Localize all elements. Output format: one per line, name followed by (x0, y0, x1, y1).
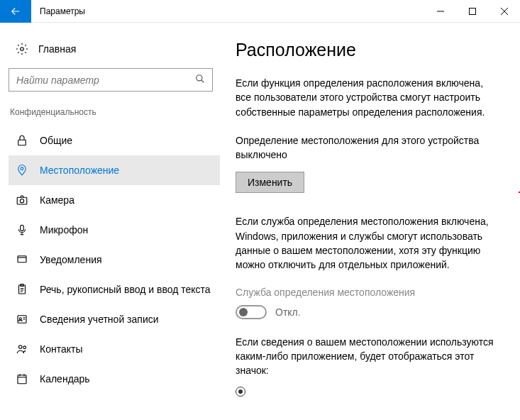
nav-label: Календарь (40, 373, 90, 385)
close-icon (501, 8, 508, 15)
svg-rect-5 (17, 197, 27, 204)
svg-point-4 (21, 167, 23, 170)
svg-point-6 (20, 199, 23, 203)
content-area: Главная Конфиденциальность Общие Местопо… (0, 23, 520, 420)
nav-label: Камера (40, 194, 74, 206)
main-panel: Расположение Если функция определения ра… (220, 23, 520, 420)
arrow-left-icon (9, 5, 22, 18)
svg-point-14 (23, 346, 26, 349)
home-nav-item[interactable]: Главная (9, 37, 220, 61)
close-button[interactable] (488, 0, 520, 23)
sidebar-item-microphone[interactable]: Микрофон (9, 215, 220, 245)
category-label: Конфиденциальность (9, 104, 220, 126)
back-button[interactable] (0, 0, 31, 23)
location-indicator-icon (236, 387, 245, 397)
home-label: Главная (38, 43, 76, 55)
lock-icon (16, 134, 28, 147)
device-location-status: Определение местоположения для этого уст… (236, 133, 500, 162)
window-controls (424, 0, 520, 23)
minimize-icon (437, 8, 444, 15)
nav-label: Контакты (40, 343, 82, 355)
sidebar-item-contacts[interactable]: Контакты (9, 334, 220, 364)
location-service-toggle-row: Откл. (236, 305, 500, 319)
svg-rect-3 (18, 140, 26, 145)
minimize-button[interactable] (424, 0, 456, 23)
change-button[interactable]: Изменить (236, 172, 304, 193)
search-input[interactable] (9, 68, 213, 92)
svg-point-1 (21, 48, 24, 51)
toggle-knob (239, 308, 248, 316)
sidebar-item-general[interactable]: Общие (9, 126, 220, 155)
maximize-icon (469, 8, 476, 15)
toggle-state-label: Откл. (275, 306, 301, 318)
description-3: Если сведения о вашем местоположении исп… (236, 335, 500, 378)
svg-point-13 (19, 346, 23, 349)
description-1: Если функция определения расположения вк… (236, 76, 500, 119)
nav-label: Уведомления (40, 254, 102, 265)
location-service-toggle[interactable] (236, 305, 267, 319)
nav-label: Речь, рукописный ввод и ввод текста (40, 284, 211, 295)
search-icon (195, 74, 205, 86)
description-2: Если служба определения местоположения в… (236, 214, 500, 272)
svg-rect-8 (18, 256, 26, 262)
nav-label: Сведения учетной записи (40, 314, 159, 325)
page-heading: Расположение (236, 40, 500, 60)
sidebar-item-account[interactable]: Сведения учетной записи (9, 304, 220, 334)
svg-point-2 (197, 75, 202, 81)
sidebar-item-camera[interactable]: Камера (9, 185, 220, 215)
sidebar-item-notifications[interactable]: Уведомления (9, 245, 220, 275)
location-icon (16, 164, 28, 177)
account-icon (16, 313, 28, 326)
gear-icon (16, 43, 28, 55)
search-field[interactable] (16, 74, 195, 86)
svg-rect-0 (469, 8, 475, 14)
sidebar-item-speech[interactable]: Речь, рукописный ввод и ввод текста (9, 275, 220, 304)
contacts-icon (16, 343, 28, 355)
svg-rect-7 (21, 225, 24, 231)
window-title: Параметры (31, 6, 424, 16)
maximize-button[interactable] (456, 0, 488, 23)
titlebar: Параметры (0, 0, 520, 23)
sidebar: Главная Конфиденциальность Общие Местопо… (0, 23, 220, 420)
nav-label: Общие (40, 135, 72, 146)
nav-label: Местоположение (40, 165, 119, 176)
camera-icon (16, 194, 28, 206)
clipboard-icon (16, 283, 28, 296)
service-label: Служба определения местоположения (236, 287, 500, 298)
sidebar-item-calendar[interactable]: Календарь (9, 364, 220, 394)
sidebar-item-location[interactable]: Местоположение (9, 155, 220, 185)
svg-rect-15 (18, 375, 26, 384)
notification-icon (16, 253, 28, 266)
svg-point-12 (19, 318, 21, 320)
calendar-icon (16, 372, 28, 385)
nav-label: Микрофон (40, 224, 88, 236)
microphone-icon (16, 223, 28, 236)
